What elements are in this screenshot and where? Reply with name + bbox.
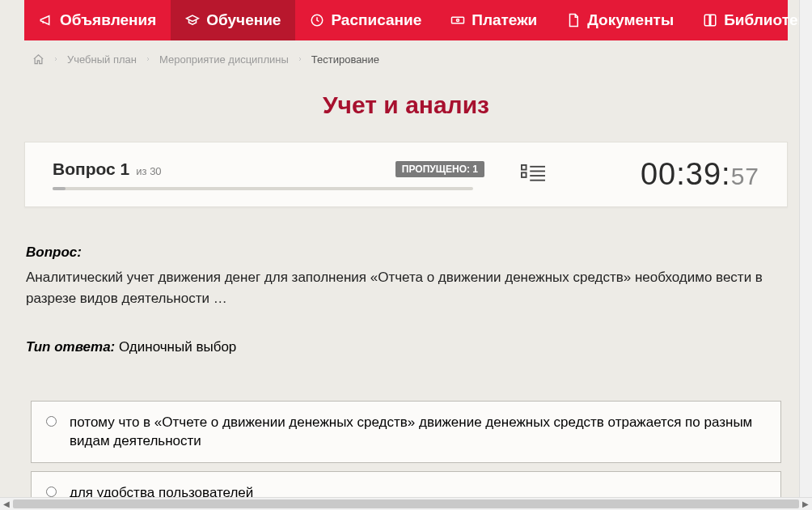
question-label: Вопрос: [26,244,786,261]
answer-type-label: Тип ответа: [26,339,115,355]
nav-item-schedule[interactable]: Расписание [295,0,436,40]
skipped-badge: ПРОПУЩЕНО: 1 [395,161,484,177]
question-number: Вопрос 1 [53,159,129,179]
chevron-right-icon [145,53,151,66]
vertical-scrollbar[interactable] [799,0,812,497]
progress-bar [53,187,473,190]
breadcrumb-link-curriculum[interactable]: Учебный план [67,53,137,66]
svg-point-2 [457,19,459,22]
nav-item-library[interactable]: Библиотека [688,0,812,40]
banknote-icon [450,13,465,28]
scroll-left-icon[interactable]: ◀ [0,498,13,511]
answer-option[interactable]: для удобства пользователей [31,471,781,497]
answer-radio[interactable] [46,416,57,427]
breadcrumb: Учебный план Мероприятие дисциплины Тест… [24,47,788,77]
page-title: Учет и анализ [24,91,788,119]
nav-item-announcements[interactable]: Объявления [24,0,171,40]
answer-text: для удобства пользователей [70,483,253,497]
answer-type-value: Одиночный выбор [119,339,236,355]
nav-item-payments[interactable]: Платежи [436,0,552,40]
scroll-right-icon[interactable]: ▶ [799,498,812,511]
horizontal-scrollbar[interactable]: ◀ ▶ [0,497,812,510]
answer-text: потому что в «Отчете о движении денежных… [70,413,766,452]
answer-radio[interactable] [46,487,57,497]
question-text: Аналитический учет движения денег для за… [26,267,786,310]
chevron-right-icon [297,53,303,66]
svg-rect-4 [522,172,527,177]
test-status-card: Вопрос 1 из 30 ПРОПУЩЕНО: 1 [24,142,788,207]
graduation-cap-icon [185,13,200,28]
breadcrumb-link-discipline-event[interactable]: Мероприятие дисциплины [159,53,289,66]
book-icon [703,13,717,28]
answer-option[interactable]: потому что в «Отчете о движении денежных… [31,401,781,464]
nav-item-documents[interactable]: Документы [552,0,688,40]
svg-rect-3 [522,164,527,169]
svg-rect-1 [452,17,464,23]
nav-label: Расписание [331,11,421,29]
clock-icon [310,13,324,28]
timer: 00:39:57 [582,157,759,192]
breadcrumb-current: Тестирование [311,53,379,66]
question-list-icon[interactable] [521,164,545,185]
megaphone-icon [39,13,53,28]
main-navbar: Объявления Обучение Расписание Платежи Д… [24,0,788,40]
question-total: из 30 [136,165,161,177]
nav-label: Объявления [60,11,156,29]
answer-type-row: Тип ответа: Одиночный выбор [26,339,786,355]
home-icon[interactable] [32,53,44,66]
document-icon [566,13,581,28]
chevron-right-icon [53,53,59,66]
nav-label: Платежи [472,11,537,29]
nav-label: Документы [587,11,674,29]
nav-label: Обучение [206,11,281,29]
nav-item-education[interactable]: Обучение [171,0,295,40]
